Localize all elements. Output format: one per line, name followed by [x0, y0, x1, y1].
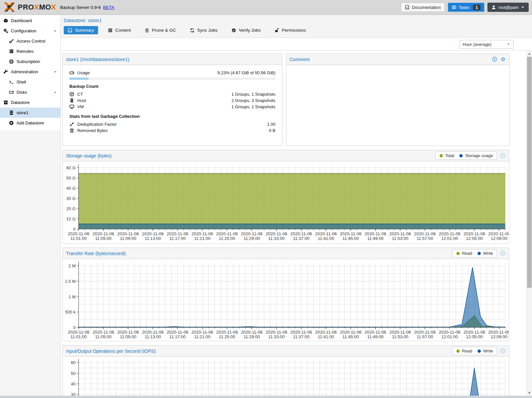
svg-text:11:29:00: 11:29:00 — [243, 236, 260, 241]
user-icon — [491, 5, 496, 10]
svg-text:2020-11-06: 2020-11-06 — [92, 330, 114, 335]
chevron-circle-right-icon[interactable] — [492, 56, 497, 62]
svg-text:40 G: 40 G — [66, 186, 76, 191]
documentation-button[interactable]: Documentation — [401, 3, 444, 12]
legend-dot — [440, 154, 443, 157]
collapse-minus-circle-icon[interactable] — [500, 250, 506, 256]
tab-summary[interactable]: Summary — [64, 26, 98, 34]
caret-down-icon[interactable] — [53, 70, 57, 74]
vertical-scrollbar[interactable] — [526, 51, 532, 396]
svg-text:2020-11-06: 2020-11-06 — [365, 330, 386, 335]
tab-prune-gc[interactable]: Prune & GC — [141, 26, 180, 34]
svg-text:11:13:00: 11:13:00 — [145, 236, 161, 241]
scrollbar-thumb[interactable] — [527, 57, 532, 288]
tab-bar: Summary Content Prune & GC Sync Jobs Ver… — [61, 24, 532, 38]
svg-text:2020-11-06: 2020-11-06 — [192, 231, 213, 236]
legend-item-write[interactable]: Write — [478, 348, 493, 353]
timeframe-select[interactable]: Hour (average) — [460, 40, 514, 49]
usage-value: 9.23% (4.67 GiB of 50.56 GiB) — [217, 70, 275, 75]
scroll-up-arrow[interactable] — [527, 51, 532, 56]
svg-text:11:37:00: 11:37:00 — [293, 334, 309, 339]
backup-count-heading: Backup Count — [69, 84, 275, 89]
sidebar-item-shell[interactable]: Shell — [0, 77, 60, 87]
svg-text:0: 0 — [73, 325, 76, 330]
svg-text:2020-11-06: 2020-11-06 — [464, 231, 485, 236]
svg-text:2020-11-06: 2020-11-06 — [315, 330, 337, 335]
comment-body[interactable] — [286, 65, 509, 146]
legend-item-total[interactable]: Total — [440, 153, 454, 158]
collapse-minus-circle-icon[interactable] — [500, 153, 506, 158]
svg-text:11:37:00: 11:37:00 — [293, 236, 309, 241]
usage-progress-bar — [69, 78, 275, 80]
svg-text:2020-11-06: 2020-11-06 — [167, 330, 189, 335]
legend-item-read[interactable]: Read — [456, 348, 472, 353]
svg-text:2020-11-06: 2020-11-06 — [266, 330, 287, 335]
svg-text:2020-11-06: 2020-11-06 — [241, 330, 263, 335]
chart-legend: Total Storage usage — [436, 151, 497, 160]
sidebar-item-remotes[interactable]: Remotes — [0, 46, 60, 56]
svg-text:11:53:00: 11:53:00 — [392, 334, 408, 339]
sync-icon — [190, 28, 195, 33]
svg-text:2020-11-06: 2020-11-06 — [464, 330, 485, 335]
sidebar-item-configuration[interactable]: Configuration — [0, 26, 60, 36]
compress-icon — [69, 122, 74, 127]
trash-icon — [145, 28, 149, 33]
sidebar-item-dashboard[interactable]: Dashboard — [0, 16, 60, 26]
collapse-minus-circle-icon[interactable] — [500, 348, 506, 354]
svg-text:11:25:00: 11:25:00 — [219, 334, 235, 339]
sidebar-item-disks[interactable]: Disks — [0, 87, 60, 97]
svg-text:11:57:00: 11:57:00 — [417, 334, 433, 339]
svg-text:2020-11-06: 2020-11-06 — [365, 231, 386, 236]
user-menu-button[interactable]: root@pam — [487, 3, 529, 12]
book-icon — [405, 5, 409, 10]
task-list-icon — [452, 5, 456, 10]
tasks-button[interactable]: Tasks 1 — [448, 3, 484, 12]
svg-text:11:09:00: 11:09:00 — [120, 334, 136, 339]
book-icon — [68, 28, 72, 33]
tab-sync-jobs[interactable]: Sync Jobs — [186, 26, 222, 34]
sidebar-item-administration[interactable]: Administration — [0, 67, 60, 77]
svg-text:60 G: 60 G — [66, 165, 76, 170]
sidebar-item-access-control[interactable]: Access Control — [0, 36, 60, 46]
svg-text:40: 40 — [71, 381, 76, 386]
hard-disk-icon — [69, 70, 74, 75]
caret-down-icon[interactable] — [53, 29, 57, 33]
svg-text:50: 50 — [71, 371, 76, 376]
proxmox-logo-icon — [3, 2, 16, 13]
sidebar-item-store1[interactable]: store1 — [0, 108, 60, 118]
legend-item-storage-usage[interactable]: Storage usage — [459, 153, 493, 158]
svg-text:11:45:00: 11:45:00 — [342, 236, 359, 241]
grid-icon — [108, 28, 113, 33]
tasks-count-badge: 1 — [473, 5, 480, 10]
sidebar: Dashboard Configuration Access Control R… — [0, 15, 61, 398]
usage-label: Usage — [77, 70, 90, 75]
svg-text:11:05:00: 11:05:00 — [95, 334, 112, 339]
svg-text:60: 60 — [71, 360, 76, 365]
sidebar-item-subscription[interactable]: Subscription — [0, 56, 60, 67]
tab-content[interactable]: Content — [104, 26, 135, 34]
gears-icon — [3, 28, 8, 33]
svg-text:11:53:00: 11:53:00 — [392, 236, 408, 241]
svg-text:11:09:00: 11:09:00 — [120, 236, 136, 241]
svg-text:2020-11-06: 2020-11-06 — [117, 231, 139, 236]
sidebar-item-datastore[interactable]: Datastore — [0, 97, 60, 108]
scroll-down-arrow[interactable] — [527, 390, 532, 396]
settings-gear-icon[interactable] — [500, 56, 506, 62]
transfer-rate-chart-panel: Transfer Rate (bytes/second) Read Write … — [62, 248, 509, 341]
legend-item-read[interactable]: Read — [456, 251, 472, 256]
chart-svg: 0500 k1 M1.5 M2 M2020-11-0611:01:002020-… — [63, 260, 509, 340]
beta-link[interactable]: BETA — [103, 5, 114, 10]
transfer-rate-chart-title: Transfer Rate (bytes/second) — [66, 251, 126, 256]
caret-right-icon[interactable] — [53, 90, 57, 94]
tab-verify-jobs[interactable]: Verify Jobs — [228, 26, 265, 34]
tab-permissions[interactable]: Permissions — [270, 26, 310, 34]
svg-text:11:41:00: 11:41:00 — [318, 236, 334, 241]
svg-text:11:49:00: 11:49:00 — [367, 236, 384, 241]
legend-item-write[interactable]: Write — [478, 251, 493, 256]
transfer-rate-chart: 0500 k1 M1.5 M2 M2020-11-0611:01:002020-… — [63, 259, 509, 341]
sidebar-item-add-datastore[interactable]: Add Datastore — [0, 118, 60, 128]
legend-dot — [478, 252, 481, 255]
svg-text:2020-11-06: 2020-11-06 — [389, 330, 411, 335]
svg-text:11:29:00: 11:29:00 — [243, 334, 260, 339]
svg-text:2020-11-06: 2020-11-06 — [414, 231, 436, 236]
